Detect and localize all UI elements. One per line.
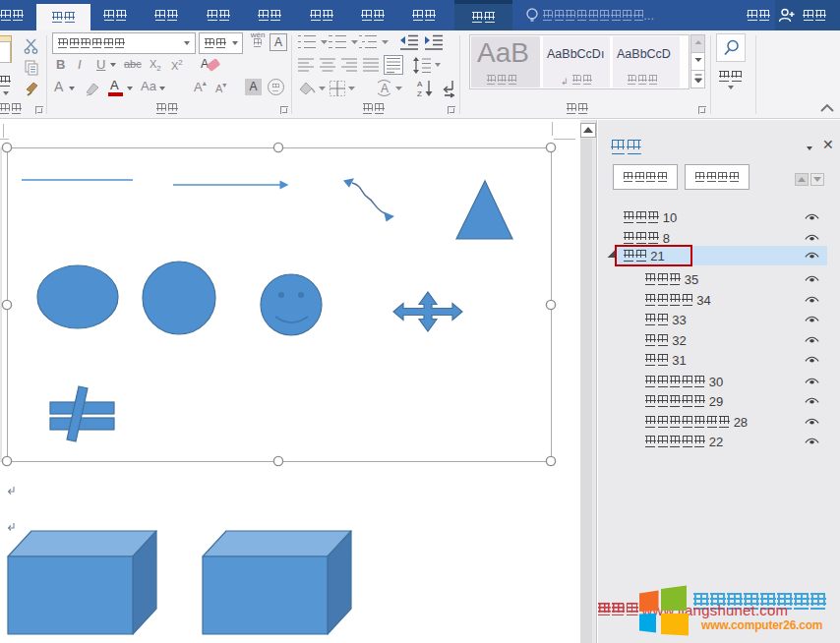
svg-text:Z: Z — [417, 89, 422, 98]
svg-text:A: A — [417, 80, 423, 88]
svg-text:A: A — [381, 82, 389, 95]
